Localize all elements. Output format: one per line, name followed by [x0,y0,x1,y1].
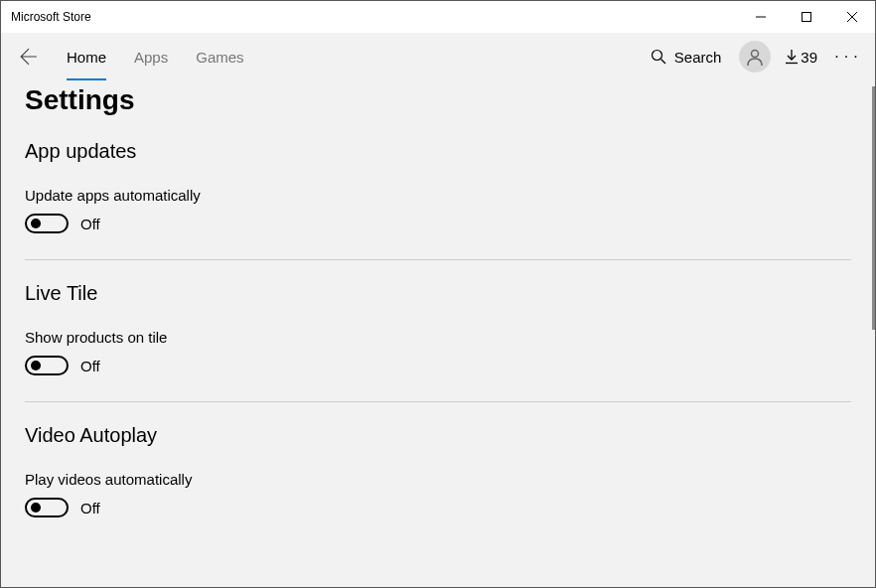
back-arrow-icon [20,48,38,66]
toggle-knob [31,219,41,228]
section-title: App updates [25,140,851,163]
tab-games[interactable]: Games [182,33,257,80]
search-icon [651,49,666,65]
navbar-left: Home Apps Games [9,33,258,80]
downloads-button[interactable]: 39 [779,43,823,72]
setting-label: Update apps automatically [25,187,851,204]
toggle-state-label: Off [80,358,100,374]
close-icon [847,12,857,22]
toggle-row: Off [25,214,851,233]
svg-point-6 [752,51,759,58]
back-button[interactable] [9,33,49,80]
toggle-knob [31,503,41,513]
search-button[interactable]: Search [641,43,732,72]
navbar-right: Search 39 · · · [641,37,867,76]
page-title: Settings [25,84,851,116]
tab-home[interactable]: Home [53,33,120,80]
toggle-row: Off [25,498,851,517]
section-video-autoplay: Video Autoplay Play videos automatically… [25,424,851,543]
toggle-update-apps[interactable] [25,214,69,233]
person-icon [745,47,765,67]
search-label: Search [674,49,722,66]
content-area: Settings App updates Update apps automat… [1,80,875,588]
tab-games-label: Games [196,49,243,66]
setting-label: Show products on tile [25,329,851,346]
maximize-icon [802,12,811,22]
minimize-button[interactable] [738,1,784,33]
setting-label: Play videos automatically [25,471,851,488]
user-avatar[interactable] [739,41,771,73]
downloads-count: 39 [801,49,817,66]
tab-home-label: Home [67,49,106,66]
section-live-tile: Live Tile Show products on tile Off [25,282,851,402]
navbar: Home Apps Games Search 39 [1,33,875,80]
svg-rect-1 [803,13,811,22]
tab-apps[interactable]: Apps [120,33,182,80]
scrollbar[interactable] [872,86,875,330]
window-title: Microsoft Store [11,10,91,24]
toggle-knob [31,361,41,370]
toggle-row: Off [25,356,851,375]
maximize-button[interactable] [784,1,829,33]
toggle-live-tile[interactable] [25,356,69,375]
window-controls [738,1,875,33]
svg-point-4 [652,51,661,61]
minimize-icon [756,12,766,22]
close-button[interactable] [829,1,875,33]
svg-line-5 [660,60,665,65]
section-app-updates: App updates Update apps automatically Of… [25,140,851,260]
toggle-video-autoplay[interactable] [25,498,69,517]
download-icon [785,49,799,65]
ellipsis-icon: · · · [834,48,859,66]
nav-tabs: Home Apps Games [53,33,258,80]
more-button[interactable]: · · · [827,37,867,76]
section-title: Video Autoplay [25,424,851,447]
toggle-state-label: Off [80,500,100,516]
tab-apps-label: Apps [134,49,168,66]
titlebar: Microsoft Store [1,1,875,33]
toggle-state-label: Off [80,216,100,232]
section-title: Live Tile [25,282,851,305]
